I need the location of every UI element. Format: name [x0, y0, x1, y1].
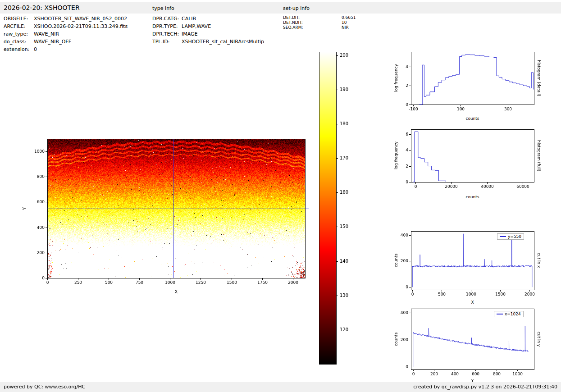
doclass-value: WAVE_NIR_OFF	[34, 39, 71, 45]
footer-bar: powered by QC: www.eso.org/HC created by…	[0, 382, 561, 392]
dpr-tech-label: DPR.TECH:	[152, 31, 179, 37]
cut-in-y-right-label: cut in y	[536, 309, 542, 369]
detector-image-canvas	[18, 130, 315, 301]
origfile-label: ORIGFILE:	[4, 16, 28, 22]
hist-detail-yaxis-label: log frequency	[393, 52, 399, 105]
tpl-id-label: TPL.ID:	[152, 39, 169, 45]
origfile-value: XSHOOTER_SLT_WAVE_NIR_052_0002	[34, 16, 127, 22]
cut-in-x-yaxis-label: counts	[393, 231, 399, 290]
det-ndit-value: 10	[342, 20, 347, 25]
det-dit-label: DET.DIT:	[283, 15, 300, 20]
tpl-id-value: XSHOOTER_slt_cal_NIRArcsMultip	[182, 39, 264, 45]
type-info-heading: type info	[152, 5, 174, 11]
cut-in-x-legend: y=550	[497, 233, 524, 240]
footer-left-text: powered by QC: www.eso.org/HC	[4, 384, 85, 390]
header-bar: 2026-02-20: XSHOOTER type info set-up in…	[0, 2, 561, 14]
dpr-type-value: LAMP,WAVE	[182, 23, 211, 29]
arcfile-label: ARCFILE:	[4, 23, 26, 29]
doclass-label: do_class:	[4, 39, 26, 45]
main-yaxis-label: Y	[22, 139, 28, 278]
det-dit-value: 0.6651	[342, 15, 356, 20]
cut-in-y-legend-label: x=1024	[505, 312, 521, 316]
cut-in-y-legend: x=1024	[494, 311, 524, 317]
dpr-catg-label: DPR.CATG:	[152, 16, 179, 22]
det-ndit-label: DET.NDIT:	[283, 20, 303, 25]
cut-in-y-yaxis-label: counts	[393, 309, 399, 369]
arcfile-value: XSHOO.2026-02-21T09:11:33.249.fits	[34, 23, 128, 29]
legend-line-icon	[500, 236, 506, 237]
seq-arm-value: NIR	[342, 25, 349, 30]
hist-detail-xaxis-label: counts	[411, 116, 534, 121]
colorbar-canvas	[315, 50, 356, 369]
hist-full-yaxis-label: log frequency	[393, 129, 399, 182]
page-title: 2026-02-20: XSHOOTER	[4, 4, 80, 11]
qc-report-page: 2026-02-20: XSHOOTER type info set-up in…	[0, 0, 561, 392]
cut-in-x-legend-label: y=550	[508, 234, 521, 239]
histogram-detail-canvas	[387, 46, 544, 114]
hist-full-xaxis-label: counts	[411, 195, 534, 199]
dpr-tech-value: IMAGE	[182, 31, 198, 37]
dpr-catg-value: CALIB	[182, 16, 196, 22]
main-xaxis-label: X	[47, 289, 305, 294]
seq-arm-label: SEQ.ARM:	[283, 25, 303, 30]
footer-right-text: created by qc_rawdisp.py v1.2.3 on 2026-…	[413, 384, 557, 390]
legend-line-icon	[497, 314, 503, 315]
setup-info-heading: set-up info	[283, 5, 310, 11]
rawtype-value: WAVE_NIR	[34, 31, 59, 37]
cut-in-x-right-label: cut in x	[536, 231, 542, 290]
hist-full-right-label: histogram (full)	[536, 129, 542, 182]
histogram-full-canvas	[387, 124, 544, 191]
dpr-type-label: DPR.TYPE:	[152, 23, 178, 29]
extension-value: 0	[34, 46, 37, 52]
extension-label: extension:	[4, 46, 29, 52]
hist-detail-right-label: histogram (detail)	[536, 52, 542, 105]
rawtype-label: raw_type:	[4, 31, 28, 37]
